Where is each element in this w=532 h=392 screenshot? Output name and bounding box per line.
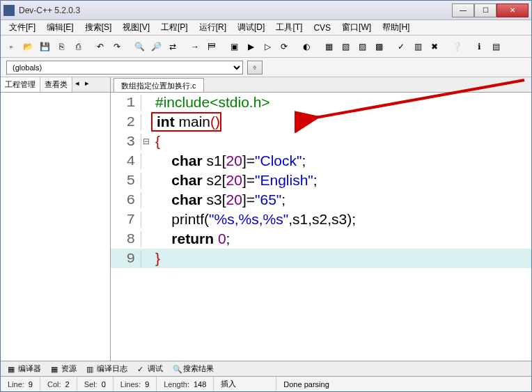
toolbar-info-button[interactable]: ▤ bbox=[488, 39, 503, 54]
toolbar: ▫📂💾⎘⎙↶↷🔍🔎⇄→⛿▣▶▷⟳◐▦▧▨▩✓▥✖❔ℹ▤ bbox=[1, 36, 531, 58]
toolbar-saveall-button[interactable]: ⎘ bbox=[54, 39, 69, 54]
toolbar-layout4-button[interactable]: ▩ bbox=[371, 39, 386, 54]
toolbar-findnext-button[interactable]: ⇄ bbox=[165, 39, 180, 54]
sb-length: 148 bbox=[194, 380, 206, 389]
sb-sel-label: Sel: bbox=[84, 380, 97, 389]
sidebar-tab-project[interactable]: 工程管理 bbox=[1, 77, 40, 92]
maximize-button[interactable]: ☐ bbox=[474, 3, 496, 17]
toolbar-run-button[interactable]: ▶ bbox=[243, 39, 258, 54]
code-area[interactable]: 1#include<stdio.h>2int main()3⊟{4 char s… bbox=[111, 93, 531, 361]
code-line[interactable]: 2int main() bbox=[111, 112, 531, 132]
code-text[interactable]: printf("%s,%s,%s",s1,s2,s3); bbox=[151, 211, 356, 228]
code-text[interactable]: } bbox=[151, 250, 160, 267]
code-text[interactable]: return 0; bbox=[151, 230, 230, 247]
grid-icon: ▦ bbox=[51, 365, 59, 373]
menu-search[interactable]: 搜索[S] bbox=[79, 20, 118, 35]
line-number: 6 bbox=[111, 192, 141, 208]
sidebar: 工程管理 查看类 ◂ ▸ bbox=[1, 77, 111, 361]
sidebar-tab-classes[interactable]: 查看类 bbox=[40, 77, 72, 92]
line-number: 3 bbox=[111, 134, 141, 150]
toolbar-print-button[interactable]: ⎙ bbox=[70, 39, 86, 54]
menu-edit[interactable]: 编辑[E] bbox=[41, 20, 79, 35]
toolbar-new-button[interactable]: ▫ bbox=[3, 39, 19, 54]
code-text[interactable]: int main() bbox=[151, 112, 221, 132]
toolbar-help-button[interactable]: ❔ bbox=[449, 39, 464, 54]
code-line[interactable]: 4 char s1[20]="Clock"; bbox=[111, 151, 531, 171]
minimize-button[interactable]: — bbox=[452, 3, 474, 17]
code-text[interactable]: { bbox=[151, 133, 160, 150]
fold-icon[interactable]: ⊟ bbox=[141, 136, 151, 146]
toolbar-rebuild-button[interactable]: ⟳ bbox=[276, 39, 292, 54]
toolbar-about-button[interactable]: ℹ bbox=[471, 39, 487, 54]
editor: 数组指定位置加换行.c 1#include<stdio.h>2int main(… bbox=[111, 77, 531, 361]
app-icon bbox=[3, 5, 15, 16]
toolbar-save-button[interactable]: 💾 bbox=[37, 39, 52, 54]
menu-help[interactable]: 帮助[H] bbox=[377, 20, 415, 35]
toolbar-chart-button[interactable]: ▥ bbox=[410, 39, 425, 54]
chart-icon: ▥ bbox=[86, 365, 95, 373]
toolbar-bookmark-button[interactable]: ⛿ bbox=[204, 39, 219, 54]
toolbar-layout2-button[interactable]: ▧ bbox=[338, 39, 353, 54]
code-line[interactable]: 7 printf("%s,%s,%s",s1,s2,s3); bbox=[111, 210, 531, 229]
toolbar-debug-button[interactable]: ◐ bbox=[299, 39, 314, 54]
code-line[interactable]: 6 char s3[20]="65"; bbox=[111, 190, 531, 210]
toolbar-layout1-button[interactable]: ▦ bbox=[321, 39, 336, 54]
window-title: Dev-C++ 5.2.0.3 bbox=[19, 6, 452, 15]
menubar: 文件[F] 编辑[E] 搜索[S] 视图[V] 工程[P] 运行[R] 调试[D… bbox=[1, 20, 531, 36]
code-line[interactable]: 9} bbox=[111, 249, 531, 268]
toolbar-find-button[interactable]: 🔍 bbox=[132, 39, 147, 54]
check-icon: ✓ bbox=[137, 365, 146, 373]
btab-debug[interactable]: ✓调试 bbox=[133, 362, 167, 375]
sb-col-label: Col: bbox=[47, 380, 61, 389]
search-icon: 🔍 bbox=[173, 365, 181, 373]
line-number: 7 bbox=[111, 212, 141, 228]
toolbar-replace-button[interactable]: 🔎 bbox=[148, 39, 164, 54]
toolbar-undo-button[interactable]: ↶ bbox=[93, 39, 108, 54]
menu-run[interactable]: 运行[R] bbox=[194, 20, 232, 35]
close-button[interactable]: ✕ bbox=[496, 3, 529, 17]
code-line[interactable]: 8 return 0; bbox=[111, 229, 531, 249]
menu-tools[interactable]: 工具[T] bbox=[270, 20, 308, 35]
menu-project[interactable]: 工程[P] bbox=[155, 20, 194, 35]
code-text[interactable]: char s3[20]="65"; bbox=[151, 191, 285, 208]
code-text[interactable]: #include<stdio.h> bbox=[151, 94, 270, 111]
sb-col: 2 bbox=[65, 380, 70, 389]
line-number: 2 bbox=[111, 114, 141, 130]
btab-search[interactable]: 🔍搜索结果 bbox=[169, 362, 218, 375]
globals-select[interactable]: (globals) bbox=[6, 61, 243, 75]
sidebar-content bbox=[1, 93, 110, 361]
globals-insert-button[interactable]: ⎀ bbox=[247, 61, 263, 75]
file-tab[interactable]: 数组指定位置加换行.c bbox=[114, 78, 204, 92]
btab-compilelog[interactable]: ▥编译日志 bbox=[82, 362, 132, 375]
toolbar-check-button[interactable]: ✓ bbox=[393, 39, 409, 54]
toolbar-compilerun-button[interactable]: ▷ bbox=[260, 39, 275, 54]
toolbar-layout3-button[interactable]: ▨ bbox=[354, 39, 370, 54]
bottom-tabs: ▦编译器 ▦资源 ▥编译日志 ✓调试 🔍搜索结果 bbox=[1, 361, 531, 376]
code-line[interactable]: 1#include<stdio.h> bbox=[111, 93, 531, 112]
code-line[interactable]: 5 char s2[20]="English"; bbox=[111, 171, 531, 190]
toolbar-compile-button[interactable]: ▣ bbox=[226, 39, 242, 54]
menu-cvs[interactable]: CVS bbox=[308, 22, 336, 34]
line-number: 4 bbox=[111, 153, 141, 169]
toolbar-goto-button[interactable]: → bbox=[187, 39, 203, 54]
toolbar-stop-button[interactable]: ✖ bbox=[427, 39, 442, 54]
menu-window[interactable]: 窗口[W] bbox=[336, 20, 377, 35]
code-line[interactable]: 3⊟{ bbox=[111, 132, 531, 151]
sb-line: 9 bbox=[29, 380, 33, 389]
code-text[interactable]: char s1[20]="Clock"; bbox=[151, 152, 306, 169]
toolbar-redo-button[interactable]: ↷ bbox=[109, 39, 125, 54]
sidebar-nav-prev[interactable]: ◂ bbox=[72, 77, 82, 92]
menu-file[interactable]: 文件[F] bbox=[3, 20, 41, 35]
globals-row: (globals) ⎀ bbox=[1, 58, 531, 77]
line-number: 9 bbox=[111, 251, 141, 267]
code-text[interactable]: char s2[20]="English"; bbox=[151, 172, 318, 189]
toolbar-open-button[interactable]: 📂 bbox=[20, 39, 36, 54]
menu-debug[interactable]: 调试[D] bbox=[232, 20, 270, 35]
titlebar: Dev-C++ 5.2.0.3 — ☐ ✕ bbox=[1, 1, 531, 20]
menu-view[interactable]: 视图[V] bbox=[117, 20, 155, 35]
btab-resources[interactable]: ▦资源 bbox=[47, 362, 81, 375]
sidebar-nav-next[interactable]: ▸ bbox=[82, 77, 92, 92]
app-window: Dev-C++ 5.2.0.3 — ☐ ✕ 文件[F] 编辑[E] 搜索[S] … bbox=[0, 0, 532, 392]
sb-lines: 9 bbox=[145, 380, 149, 389]
btab-compiler[interactable]: ▦编译器 bbox=[3, 362, 45, 375]
